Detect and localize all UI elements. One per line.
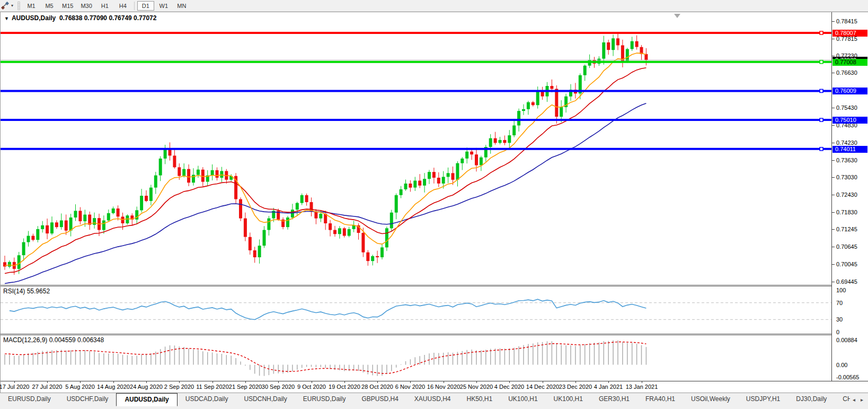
date-label: 23 Dec 2020 <box>559 384 592 390</box>
chart-tab-dj30-daily[interactable]: DJ30,Daily <box>788 393 835 406</box>
timeframe-button-m30[interactable]: M30 <box>77 1 95 11</box>
macd-panel[interactable]: MACD(12,26,9) 0.004559 0.006348 <box>1 335 831 381</box>
candlestick-plot[interactable] <box>1 12 831 285</box>
date-tick <box>575 381 576 383</box>
rsi-plot[interactable] <box>1 286 831 334</box>
chart-tab-uk100-h1[interactable]: UK100,H1 <box>546 393 591 406</box>
tabs-scroll-left-icon[interactable]: ◂ <box>850 396 858 404</box>
autoscroll-marker-icon[interactable] <box>674 14 680 18</box>
chart-tab-gbpusd-h4[interactable]: GBPUSD,H4 <box>353 393 406 406</box>
price-tick-label: 0.73630 <box>836 157 857 163</box>
date-label: 30 Sep 2020 <box>262 384 295 390</box>
axis-tick <box>832 212 835 213</box>
date-tick <box>312 381 312 383</box>
chart-ohlc-values: 0.76838 0.77090 0.76749 0.77072 <box>59 14 157 22</box>
date-label: 14 Dec 2020 <box>526 384 559 390</box>
date-tick <box>444 381 444 383</box>
chart-tab-usdjpy-h1[interactable]: USDJPY,H1 <box>738 393 788 406</box>
date-label: 5 Aug 2020 <box>65 384 95 390</box>
macd-tick-label: -0.00565 <box>836 374 859 380</box>
axis-tick <box>832 108 835 108</box>
chart-title: ▼AUDUSD,Daily 0.76838 0.77090 0.76749 0.… <box>4 14 156 22</box>
line-studies-icon <box>1 2 9 10</box>
date-label: 27 Jul 2020 <box>32 384 63 390</box>
timeframe-button-mn[interactable]: MN <box>173 1 190 11</box>
date-tick <box>14 381 15 383</box>
price-tick-label: 0.71245 <box>836 226 857 232</box>
date-tick <box>642 381 642 383</box>
date-tick <box>410 381 411 383</box>
date-label: 13 Jan 2021 <box>626 384 658 390</box>
chart-dropdown-icon[interactable]: ▼ <box>4 16 9 21</box>
mt4-application: ▾ M1M5M15M30H1H4 D1W1MN ▼AUDUSD,Daily 0.… <box>0 0 868 409</box>
price-tick-label: 0.70045 <box>836 261 857 267</box>
timeframe-button-h4[interactable]: H4 <box>114 1 131 11</box>
main-price-chart[interactable]: ▼AUDUSD,Daily 0.76838 0.77090 0.76749 0.… <box>1 12 831 285</box>
date-tick <box>146 381 147 383</box>
date-tick <box>113 381 114 383</box>
chart-symbol: AUDUSD,Daily <box>12 14 56 22</box>
chart-tabs-strip: EURUSD,DailyUSDCHF,DailyAUDUSD,DailyUSDC… <box>0 393 850 406</box>
chart-tab-fra40-h1[interactable]: FRA40,H1 <box>637 393 683 406</box>
date-label: 24 Aug 2020 <box>130 384 163 390</box>
chart-window: ▼AUDUSD,Daily 0.76838 0.77090 0.76749 0.… <box>0 12 868 393</box>
axis-tick <box>832 177 835 178</box>
timeframe-button-d1[interactable]: D1 <box>137 1 154 11</box>
axis-tick <box>832 195 835 195</box>
price-tick-label: 0.76630 <box>836 69 857 76</box>
date-tick <box>608 381 609 383</box>
axis-tick <box>832 247 835 247</box>
date-tick <box>543 381 543 383</box>
chart-tab-china300-h1[interactable]: CHINA300,H1 <box>835 393 850 406</box>
date-tick <box>509 381 510 383</box>
rsi-label: RSI(14) 55.9652 <box>3 288 50 295</box>
axis-tick <box>832 143 835 143</box>
price-line-badge: 0.78007 <box>832 30 867 37</box>
chart-tab-usoil-weekly[interactable]: USOil,Weekly <box>683 393 738 406</box>
price-line-badge: 0.75010 <box>832 117 867 124</box>
chart-tab-eurusd-daily[interactable]: EURUSD,Daily <box>0 393 59 406</box>
chart-tab-audusd-daily[interactable]: AUDUSD,Daily <box>116 393 177 406</box>
chart-tab-usdcad-daily[interactable]: USDCAD,Daily <box>178 393 236 406</box>
price-tick-label: 0.69445 <box>836 279 857 285</box>
date-tick <box>179 381 180 383</box>
date-label: 21 Sep 2020 <box>229 384 262 390</box>
chart-tab-eurusd-daily[interactable]: EURUSD,Daily <box>295 393 354 406</box>
price-tick-label: 0.78415 <box>836 18 857 24</box>
rsi-panel[interactable]: RSI(14) 55.9652 <box>1 286 831 334</box>
toolbar-separator <box>134 2 135 10</box>
toolbar-grip[interactable] <box>17 2 20 10</box>
axis-tick <box>832 39 835 39</box>
timeframe-button-h1[interactable]: H1 <box>96 1 113 11</box>
date-tick <box>212 381 213 383</box>
date-label: 6 Nov 2020 <box>395 384 425 390</box>
chart-tab-ger30-h1[interactable]: GER30,H1 <box>591 393 637 406</box>
chart-tab-usdchf-daily[interactable]: USDCHF,Daily <box>59 393 117 406</box>
date-tick <box>80 381 81 383</box>
date-label: 9 Oct 2020 <box>297 384 326 390</box>
rsi-tick-label: 30 <box>836 316 843 323</box>
date-label: 17 Jul 2020 <box>0 384 29 390</box>
timeframe-button-w1[interactable]: W1 <box>155 1 172 11</box>
chart-tab-hk50-h1[interactable]: HK50,H1 <box>459 393 501 406</box>
timeframe-button-m5[interactable]: M5 <box>41 1 58 11</box>
date-label: 14 Aug 2020 <box>97 384 130 390</box>
chart-tab-uk100-h1[interactable]: UK100,H1 <box>500 393 545 406</box>
price-tick-label: 0.71830 <box>836 209 857 215</box>
date-label: 28 Oct 2020 <box>361 384 393 390</box>
rsi-tick-label: 0 <box>836 329 839 335</box>
timeframe-button-m15[interactable]: M15 <box>59 1 76 11</box>
line-studies-tool[interactable]: ▾ <box>0 1 16 11</box>
date-label: 4 Jan 2021 <box>594 384 623 390</box>
macd-tick-label: 0.00884 <box>836 337 857 343</box>
chart-tab-usdcnh-daily[interactable]: USDCNH,Daily <box>236 393 295 406</box>
price-tick-label: 0.72430 <box>836 192 857 198</box>
tabs-scroll-right-icon[interactable]: ▸ <box>858 396 866 404</box>
macd-plot[interactable] <box>1 335 831 381</box>
chart-tab-xauusd-h4[interactable]: XAUUSD,H4 <box>406 393 459 406</box>
price-axis[interactable]: 0.784150.778150.772300.766300.754300.748… <box>831 12 868 381</box>
price-tick-label: 0.73030 <box>836 174 857 180</box>
timeframe-button-m1[interactable]: M1 <box>23 1 40 11</box>
macd-tick-label: 0.00 <box>836 362 847 368</box>
time-axis[interactable]: 17 Jul 202027 Jul 20205 Aug 202014 Aug 2… <box>1 381 868 393</box>
